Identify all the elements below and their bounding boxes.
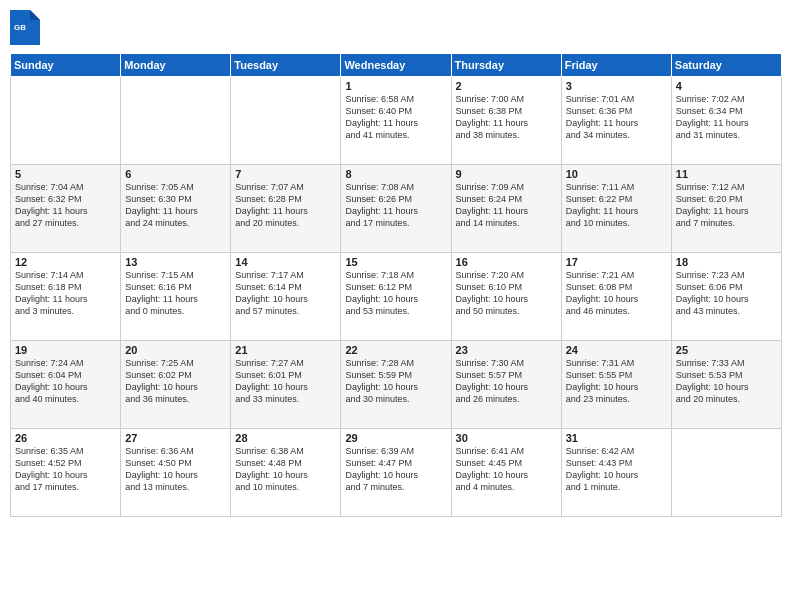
day-info: Sunrise: 7:31 AM Sunset: 5:55 PM Dayligh… (566, 357, 667, 406)
calendar-cell: 23Sunrise: 7:30 AM Sunset: 5:57 PM Dayli… (451, 341, 561, 429)
day-number: 7 (235, 168, 336, 180)
day-header-friday: Friday (561, 54, 671, 77)
day-info: Sunrise: 6:35 AM Sunset: 4:52 PM Dayligh… (15, 445, 116, 494)
calendar-header-row: SundayMondayTuesdayWednesdayThursdayFrid… (11, 54, 782, 77)
logo-icon: GB (10, 10, 40, 45)
calendar-cell: 31Sunrise: 6:42 AM Sunset: 4:43 PM Dayli… (561, 429, 671, 517)
calendar-cell: 20Sunrise: 7:25 AM Sunset: 6:02 PM Dayli… (121, 341, 231, 429)
day-number: 27 (125, 432, 226, 444)
calendar-cell: 6Sunrise: 7:05 AM Sunset: 6:30 PM Daylig… (121, 165, 231, 253)
day-number: 28 (235, 432, 336, 444)
calendar-cell: 8Sunrise: 7:08 AM Sunset: 6:26 PM Daylig… (341, 165, 451, 253)
day-info: Sunrise: 7:05 AM Sunset: 6:30 PM Dayligh… (125, 181, 226, 230)
calendar-cell: 7Sunrise: 7:07 AM Sunset: 6:28 PM Daylig… (231, 165, 341, 253)
calendar-cell: 12Sunrise: 7:14 AM Sunset: 6:18 PM Dayli… (11, 253, 121, 341)
svg-text:GB: GB (14, 23, 26, 32)
calendar-cell: 25Sunrise: 7:33 AM Sunset: 5:53 PM Dayli… (671, 341, 781, 429)
day-header-wednesday: Wednesday (341, 54, 451, 77)
day-info: Sunrise: 7:28 AM Sunset: 5:59 PM Dayligh… (345, 357, 446, 406)
day-info: Sunrise: 7:30 AM Sunset: 5:57 PM Dayligh… (456, 357, 557, 406)
day-number: 24 (566, 344, 667, 356)
day-number: 13 (125, 256, 226, 268)
calendar-cell: 26Sunrise: 6:35 AM Sunset: 4:52 PM Dayli… (11, 429, 121, 517)
day-number: 12 (15, 256, 116, 268)
calendar-cell: 24Sunrise: 7:31 AM Sunset: 5:55 PM Dayli… (561, 341, 671, 429)
calendar-cell: 14Sunrise: 7:17 AM Sunset: 6:14 PM Dayli… (231, 253, 341, 341)
day-info: Sunrise: 7:33 AM Sunset: 5:53 PM Dayligh… (676, 357, 777, 406)
calendar-cell: 1Sunrise: 6:58 AM Sunset: 6:40 PM Daylig… (341, 77, 451, 165)
day-header-thursday: Thursday (451, 54, 561, 77)
day-number: 20 (125, 344, 226, 356)
day-number: 8 (345, 168, 446, 180)
day-info: Sunrise: 7:08 AM Sunset: 6:26 PM Dayligh… (345, 181, 446, 230)
day-number: 5 (15, 168, 116, 180)
day-info: Sunrise: 7:21 AM Sunset: 6:08 PM Dayligh… (566, 269, 667, 318)
calendar-cell (671, 429, 781, 517)
day-number: 22 (345, 344, 446, 356)
calendar-cell (11, 77, 121, 165)
calendar-cell: 18Sunrise: 7:23 AM Sunset: 6:06 PM Dayli… (671, 253, 781, 341)
day-number: 3 (566, 80, 667, 92)
day-info: Sunrise: 6:42 AM Sunset: 4:43 PM Dayligh… (566, 445, 667, 494)
day-info: Sunrise: 6:41 AM Sunset: 4:45 PM Dayligh… (456, 445, 557, 494)
day-header-saturday: Saturday (671, 54, 781, 77)
day-info: Sunrise: 7:14 AM Sunset: 6:18 PM Dayligh… (15, 269, 116, 318)
day-number: 17 (566, 256, 667, 268)
header: GB (10, 10, 782, 45)
day-number: 16 (456, 256, 557, 268)
week-row-2: 5Sunrise: 7:04 AM Sunset: 6:32 PM Daylig… (11, 165, 782, 253)
day-info: Sunrise: 6:38 AM Sunset: 4:48 PM Dayligh… (235, 445, 336, 494)
day-number: 19 (15, 344, 116, 356)
day-info: Sunrise: 7:27 AM Sunset: 6:01 PM Dayligh… (235, 357, 336, 406)
day-info: Sunrise: 7:00 AM Sunset: 6:38 PM Dayligh… (456, 93, 557, 142)
calendar-cell: 4Sunrise: 7:02 AM Sunset: 6:34 PM Daylig… (671, 77, 781, 165)
calendar-cell: 30Sunrise: 6:41 AM Sunset: 4:45 PM Dayli… (451, 429, 561, 517)
day-info: Sunrise: 7:09 AM Sunset: 6:24 PM Dayligh… (456, 181, 557, 230)
day-header-sunday: Sunday (11, 54, 121, 77)
day-info: Sunrise: 7:24 AM Sunset: 6:04 PM Dayligh… (15, 357, 116, 406)
calendar-cell (231, 77, 341, 165)
week-row-3: 12Sunrise: 7:14 AM Sunset: 6:18 PM Dayli… (11, 253, 782, 341)
svg-marker-1 (30, 10, 40, 20)
day-info: Sunrise: 7:18 AM Sunset: 6:12 PM Dayligh… (345, 269, 446, 318)
day-info: Sunrise: 7:07 AM Sunset: 6:28 PM Dayligh… (235, 181, 336, 230)
calendar-cell: 2Sunrise: 7:00 AM Sunset: 6:38 PM Daylig… (451, 77, 561, 165)
day-info: Sunrise: 7:20 AM Sunset: 6:10 PM Dayligh… (456, 269, 557, 318)
day-info: Sunrise: 7:23 AM Sunset: 6:06 PM Dayligh… (676, 269, 777, 318)
day-number: 10 (566, 168, 667, 180)
day-info: Sunrise: 6:36 AM Sunset: 4:50 PM Dayligh… (125, 445, 226, 494)
calendar-cell: 13Sunrise: 7:15 AM Sunset: 6:16 PM Dayli… (121, 253, 231, 341)
day-number: 25 (676, 344, 777, 356)
day-number: 14 (235, 256, 336, 268)
day-info: Sunrise: 7:25 AM Sunset: 6:02 PM Dayligh… (125, 357, 226, 406)
day-info: Sunrise: 6:58 AM Sunset: 6:40 PM Dayligh… (345, 93, 446, 142)
day-number: 30 (456, 432, 557, 444)
day-header-monday: Monday (121, 54, 231, 77)
day-number: 9 (456, 168, 557, 180)
day-number: 2 (456, 80, 557, 92)
calendar-cell: 5Sunrise: 7:04 AM Sunset: 6:32 PM Daylig… (11, 165, 121, 253)
page: GB SundayMondayTuesdayWednesdayThursdayF… (0, 0, 792, 612)
calendar-cell (121, 77, 231, 165)
day-header-tuesday: Tuesday (231, 54, 341, 77)
calendar-cell: 11Sunrise: 7:12 AM Sunset: 6:20 PM Dayli… (671, 165, 781, 253)
calendar-table: SundayMondayTuesdayWednesdayThursdayFrid… (10, 53, 782, 517)
calendar-cell: 16Sunrise: 7:20 AM Sunset: 6:10 PM Dayli… (451, 253, 561, 341)
day-number: 18 (676, 256, 777, 268)
calendar-cell: 10Sunrise: 7:11 AM Sunset: 6:22 PM Dayli… (561, 165, 671, 253)
day-info: Sunrise: 7:11 AM Sunset: 6:22 PM Dayligh… (566, 181, 667, 230)
day-info: Sunrise: 7:01 AM Sunset: 6:36 PM Dayligh… (566, 93, 667, 142)
day-number: 29 (345, 432, 446, 444)
calendar-cell: 3Sunrise: 7:01 AM Sunset: 6:36 PM Daylig… (561, 77, 671, 165)
day-number: 11 (676, 168, 777, 180)
day-number: 23 (456, 344, 557, 356)
calendar-cell: 17Sunrise: 7:21 AM Sunset: 6:08 PM Dayli… (561, 253, 671, 341)
day-number: 21 (235, 344, 336, 356)
calendar-cell: 19Sunrise: 7:24 AM Sunset: 6:04 PM Dayli… (11, 341, 121, 429)
week-row-1: 1Sunrise: 6:58 AM Sunset: 6:40 PM Daylig… (11, 77, 782, 165)
day-number: 4 (676, 80, 777, 92)
calendar-cell: 27Sunrise: 6:36 AM Sunset: 4:50 PM Dayli… (121, 429, 231, 517)
day-info: Sunrise: 7:02 AM Sunset: 6:34 PM Dayligh… (676, 93, 777, 142)
day-info: Sunrise: 6:39 AM Sunset: 4:47 PM Dayligh… (345, 445, 446, 494)
calendar-cell: 29Sunrise: 6:39 AM Sunset: 4:47 PM Dayli… (341, 429, 451, 517)
